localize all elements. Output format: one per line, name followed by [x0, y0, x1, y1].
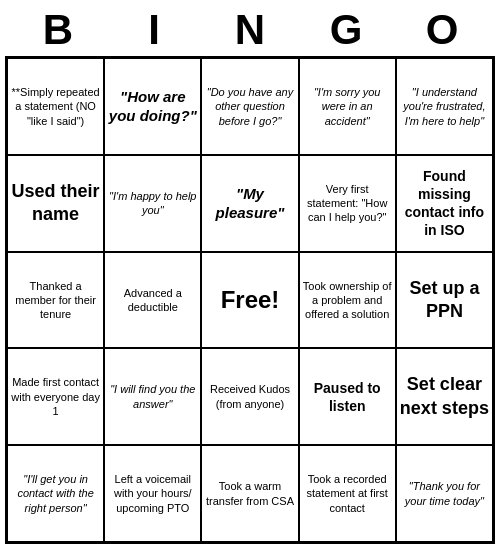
bingo-cell-6: "I'm happy to help you": [104, 155, 201, 252]
bingo-grid: **Simply repeated a statement (NO "like …: [5, 56, 495, 544]
bingo-cell-5: Used their name: [7, 155, 104, 252]
bingo-cell-19: Set clear next steps: [396, 348, 493, 445]
bingo-cell-8: Very first statement: "How can I help yo…: [299, 155, 396, 252]
bingo-cell-22: Took a warm transfer from CSA: [201, 445, 298, 542]
bingo-cell-24: "Thank you for your time today": [396, 445, 493, 542]
bingo-cell-3: "I'm sorry you were in an accident": [299, 58, 396, 155]
bingo-letter: I: [114, 6, 194, 54]
bingo-cell-20: "I'll get you in contact with the right …: [7, 445, 104, 542]
bingo-cell-23: Took a recorded statement at first conta…: [299, 445, 396, 542]
bingo-cell-1: "How are you doing?": [104, 58, 201, 155]
bingo-cell-4: "I understand you're frustrated, I'm her…: [396, 58, 493, 155]
bingo-cell-17: Received Kudos (from anyone): [201, 348, 298, 445]
bingo-cell-11: Advanced a deductible: [104, 252, 201, 349]
bingo-letter: G: [306, 6, 386, 54]
bingo-cell-9: Found missing contact info in ISO: [396, 155, 493, 252]
bingo-cell-16: "I will find you the answer": [104, 348, 201, 445]
bingo-letter: O: [402, 6, 482, 54]
bingo-cell-15: Made first contact with everyone day 1: [7, 348, 104, 445]
bingo-cell-7: "My pleasure": [201, 155, 298, 252]
bingo-cell-10: Thanked a member for their tenure: [7, 252, 104, 349]
bingo-cell-13: Took ownership of a problem and offered …: [299, 252, 396, 349]
bingo-cell-14: Set up a PPN: [396, 252, 493, 349]
bingo-cell-21: Left a voicemail with your hours/ upcomi…: [104, 445, 201, 542]
bingo-cell-0: **Simply repeated a statement (NO "like …: [7, 58, 104, 155]
bingo-letter: B: [18, 6, 98, 54]
bingo-title-row: BINGO: [0, 0, 500, 56]
bingo-cell-12: Free!: [201, 252, 298, 349]
bingo-cell-2: "Do you have any other question before I…: [201, 58, 298, 155]
bingo-cell-18: Paused to listen: [299, 348, 396, 445]
bingo-letter: N: [210, 6, 290, 54]
